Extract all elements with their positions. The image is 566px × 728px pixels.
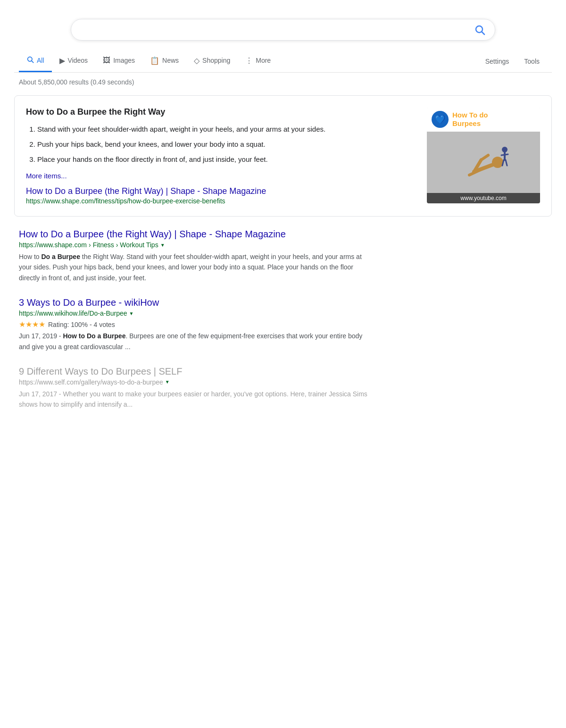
- video-logo: 💙: [432, 111, 449, 128]
- result-1-title-link[interactable]: How to Do a Burpee (the Right Way) | Sha…: [19, 229, 286, 239]
- images-icon: 🖼: [103, 56, 110, 65]
- result-2-dropdown-arrow[interactable]: ▼: [129, 311, 134, 316]
- tab-videos-label: Videos: [68, 57, 88, 64]
- settings-link[interactable]: Settings: [478, 52, 517, 71]
- tab-shopping[interactable]: ◇ Shopping: [186, 50, 238, 72]
- shopping-icon: ◇: [194, 56, 200, 65]
- result-2-snippet: Jun 17, 2019 - How to Do a Burpee. Burpe…: [19, 331, 373, 352]
- tab-more[interactable]: ⋮ More: [238, 50, 278, 72]
- tab-all[interactable]: All: [19, 50, 52, 72]
- svg-line-13: [506, 160, 507, 166]
- snippet-step-2: Push your hips back, bend your knees, an…: [37, 139, 417, 150]
- result-1-url-domain: https://www.shape.com: [19, 241, 87, 249]
- search-result-2: 3 Ways to Do a Burpee - wikiHow https://…: [14, 296, 552, 352]
- result-1-dropdown-arrow[interactable]: ▼: [160, 243, 165, 248]
- result-2-date: Jun 17, 2019: [19, 332, 57, 340]
- result-3-date: Jun 17, 2017: [19, 390, 57, 398]
- search-input[interactable]: how to do a burpee: [81, 25, 474, 35]
- video-caption: www.youtube.com: [427, 193, 540, 203]
- tab-news-label: News: [162, 57, 179, 64]
- svg-line-11: [501, 154, 508, 155]
- search-bar: how to do a burpee: [71, 19, 495, 41]
- result-2-rating-row: ★★★★ Rating: 100% - 4 votes: [19, 320, 552, 329]
- videos-icon: ▶: [59, 56, 65, 65]
- tab-images[interactable]: 🖼 Images: [95, 50, 142, 72]
- search-result-1: How to Do a Burpee (the Right Way) | Sha…: [14, 228, 552, 283]
- snippet-content: How to Do a Burpee the Right Way Stand w…: [26, 107, 417, 205]
- tab-images-label: Images: [113, 57, 135, 64]
- tab-news[interactable]: 📋 News: [142, 50, 186, 72]
- video-body: [427, 132, 540, 193]
- result-1-url-separator: ›: [89, 241, 91, 249]
- svg-line-1: [482, 32, 485, 35]
- search-result-3: 9 Different Ways to Do Burpees | SELF ht…: [14, 365, 552, 410]
- snippet-title: How to Do a Burpee the Right Way: [26, 107, 417, 117]
- tab-videos[interactable]: ▶ Videos: [52, 50, 96, 72]
- nav-tabs: All ▶ Videos 🖼 Images 📋 News ◇ Shopping …: [14, 50, 552, 73]
- all-icon: [26, 56, 34, 65]
- featured-snippet: How to Do a Burpee the Right Way Stand w…: [14, 95, 552, 217]
- result-2-title: 3 Ways to Do a Burpee - wikiHow: [19, 296, 552, 309]
- result-2-rating-text: Rating: 100% - 4 votes: [48, 321, 115, 328]
- result-1-snippet: How to Do a Burpee the Right Way. Stand …: [19, 251, 373, 283]
- results-count: About 5,850,000 results (0.49 seconds): [14, 78, 552, 86]
- more-items-link[interactable]: More items...: [26, 172, 417, 180]
- snippet-source-link: How to Do a Burpee (the Right Way) | Sha…: [26, 186, 417, 205]
- result-2-title-link[interactable]: 3 Ways to Do a Burpee - wikiHow: [19, 297, 159, 308]
- result-3-dropdown-arrow[interactable]: ▼: [165, 379, 170, 385]
- news-icon: 📋: [150, 56, 159, 65]
- snippet-source-title-link[interactable]: How to Do a Burpee (the Right Way) | Sha…: [26, 186, 266, 196]
- result-1-url: https://www.shape.com › Fitness › Workou…: [19, 241, 552, 249]
- result-3-title-link[interactable]: 9 Different Ways to Do Burpees | SELF: [19, 366, 182, 377]
- snippet-source-url: https://www.shape.com/fitness/tips/how-d…: [26, 197, 417, 205]
- tab-more-label: More: [256, 57, 271, 64]
- svg-line-3: [32, 61, 33, 63]
- snippet-step-1: Stand with your feet shoulder-width apar…: [37, 124, 417, 135]
- result-3-snippet: Jun 17, 2017 - Whether you want to make …: [19, 389, 373, 410]
- tab-shopping-label: Shopping: [202, 57, 230, 64]
- svg-line-8: [481, 155, 488, 160]
- result-3-url-domain: https://www.self.com/gallery/ways-to-do-…: [19, 378, 163, 386]
- more-icon: ⋮: [245, 56, 253, 65]
- video-header: 💙 How To do Burpees: [427, 107, 540, 132]
- tab-all-label: All: [37, 57, 44, 64]
- result-2-url: https://www.wikihow.life/Do-a-Burpee ▼: [19, 310, 552, 317]
- video-title-text: How To do Burpees: [452, 111, 488, 128]
- snippet-video-thumbnail[interactable]: 💙 How To do Burpees: [427, 107, 540, 205]
- result-3-title: 9 Different Ways to Do Burpees | SELF: [19, 365, 552, 377]
- snippet-steps-list: Stand with your feet shoulder-width apar…: [26, 124, 417, 165]
- snippet-step-3: Place your hands on the floor directly i…: [37, 154, 417, 165]
- result-2-stars: ★★★★: [19, 320, 45, 329]
- result-2-url-domain: https://www.wikihow.life/Do-a-Burpee: [19, 310, 127, 317]
- result-1-title: How to Do a Burpee (the Right Way) | Sha…: [19, 228, 552, 240]
- tools-link[interactable]: Tools: [516, 52, 547, 71]
- search-icon[interactable]: [474, 24, 485, 35]
- result-3-url: https://www.self.com/gallery/ways-to-do-…: [19, 378, 552, 386]
- burpee-figure-svg: [455, 141, 512, 184]
- video-thumb-box[interactable]: 💙 How To do Burpees: [427, 107, 540, 203]
- result-1-url-path: Fitness › Workout Tips: [93, 241, 158, 249]
